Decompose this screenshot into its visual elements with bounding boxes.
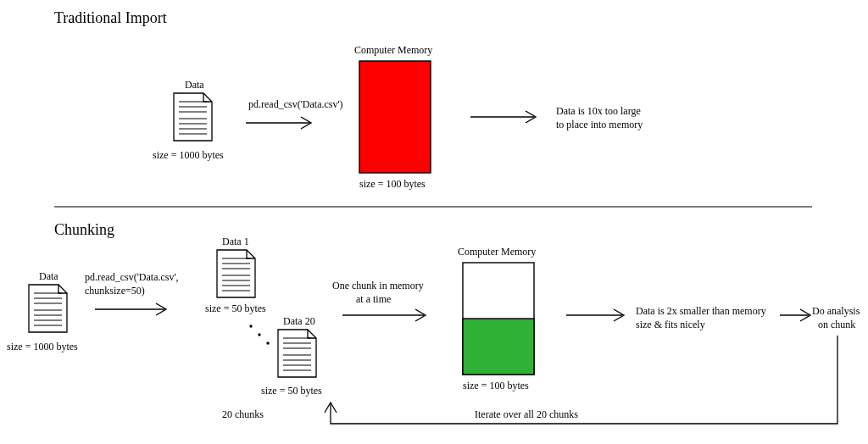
- label-iterate: Iterate over all 20 chunks: [475, 408, 578, 421]
- diagram-canvas: Traditional Import Data size = 1000 byte…: [0, 0, 868, 444]
- arrow-iterate: [0, 0, 868, 444]
